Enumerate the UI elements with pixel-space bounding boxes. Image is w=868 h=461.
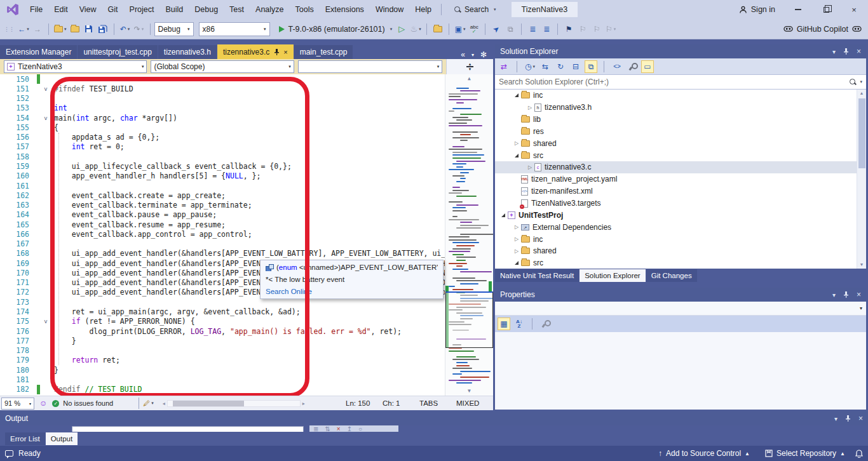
split-editor-button[interactable]: ▴▾ — [446, 59, 493, 74]
tree-item-src[interactable]: src — [495, 149, 866, 161]
search-output-icon[interactable]: ○ — [358, 425, 362, 432]
project-dropdown[interactable]: + TizenNative3 ▾ — [4, 60, 147, 73]
code-line[interactable]: 177 } — [0, 336, 493, 345]
add-to-source-control-button[interactable]: ↑ Add to Source Control ▲ — [653, 446, 755, 461]
navigate-back-button[interactable]: ←▾ — [17, 22, 31, 37]
tree-collapsed-arrow-icon[interactable]: ▷ — [512, 248, 521, 254]
properties-wrench-icon[interactable] — [626, 60, 639, 73]
solution-platform-combo[interactable]: x86▾ — [199, 22, 270, 36]
pending-changes-filter-icon[interactable]: ◷▾ — [524, 60, 536, 73]
chevron-down-icon[interactable]: ▾ — [151, 401, 154, 406]
clear-all-icon[interactable]: × — [337, 425, 341, 432]
code-line[interactable]: 179 return ret; — [0, 356, 493, 365]
scroll-down-icon[interactable]: ▼ — [857, 261, 866, 269]
undo-button[interactable]: ↶▾ — [118, 22, 132, 37]
tree-collapsed-arrow-icon[interactable]: ▷ — [512, 224, 521, 230]
editor-tab-extension-manager[interactable]: Extension Manager — [0, 45, 77, 59]
pin-icon[interactable] — [845, 415, 851, 422]
scope-dropdown[interactable]: (Global Scope) ▾ — [151, 60, 294, 73]
toggle-scroll-icon[interactable]: ↥ — [347, 425, 352, 432]
tree-expanded-arrow-icon[interactable] — [512, 261, 521, 265]
next-bookmark-button[interactable]: ⚐ — [590, 22, 604, 37]
tree-collapsed-arrow-icon[interactable]: ▷ — [526, 164, 534, 170]
code-line[interactable]: 174 ret = ui_app_main(argc, argv, &event… — [0, 307, 493, 316]
tree-collapsed-arrow-icon[interactable]: ▷ — [512, 140, 521, 146]
panel-tab-git-changes[interactable]: Git Changes — [646, 269, 697, 282]
window-layout-button[interactable]: ▣▾ — [453, 22, 467, 37]
tree-item-inc[interactable]: ▷inc — [495, 233, 866, 245]
horizontal-scrollbar[interactable]: ◂ ▸ — [163, 400, 305, 407]
tree-expanded-arrow-icon[interactable] — [512, 154, 521, 157]
scroll-right-icon[interactable]: ▸ — [302, 401, 305, 406]
close-icon[interactable]: × — [857, 47, 861, 56]
refresh-icon[interactable]: ↻ — [554, 60, 567, 73]
solution-configuration-combo[interactable]: Debug▾ — [154, 22, 194, 36]
close-icon[interactable]: × — [857, 290, 861, 299]
close-icon[interactable]: × — [858, 414, 863, 423]
code-line[interactable]: 159 ui_app_lifecycle_callback_s event_ca… — [0, 161, 493, 171]
code-line[interactable]: 166 event_callback.app_control = app_con… — [0, 229, 493, 239]
collapse-all-icon[interactable]: ⊟ — [569, 60, 582, 73]
code-line[interactable]: 167 — [0, 239, 493, 249]
toolbar-grip[interactable]: ⋮⋮ — [4, 26, 14, 32]
toggle-bookmark-button[interactable]: ⚑ — [562, 22, 576, 37]
menu-tools[interactable]: Tools — [290, 0, 320, 19]
menu-analyze[interactable]: Analyze — [250, 0, 289, 19]
navigate-forward-button[interactable]: → — [31, 22, 44, 37]
scrollbar-track[interactable] — [167, 400, 301, 407]
scroll-up-icon[interactable]: ▲ — [857, 90, 866, 97]
editor-tab-main-test-cpp[interactable]: main_test.cpp — [294, 45, 353, 59]
editor-tab-tizennative3-h[interactable]: tizennative3.h — [158, 45, 217, 59]
decrease-indent-button[interactable]: ≣ — [526, 22, 539, 37]
categorized-view-icon[interactable]: ▦ — [498, 317, 510, 330]
tree-collapsed-arrow-icon[interactable]: ▷ — [512, 236, 521, 242]
fold-marker[interactable]: v — [40, 318, 51, 324]
feedback-icon[interactable]: ☺ — [39, 399, 47, 408]
tree-scrollbar[interactable]: ▲▼ — [857, 90, 866, 269]
gear-icon[interactable]: ✻ — [480, 50, 487, 59]
code-line[interactable]: 182#endif // TEST_BUILD — [0, 385, 493, 394]
start-without-debugging-button[interactable]: ▷ — [395, 22, 409, 37]
menu-debug[interactable]: Debug — [189, 0, 224, 19]
code-line[interactable]: 164 event_callback.pause = app_pause; — [0, 210, 493, 220]
redo-button[interactable]: ↷▾ — [132, 22, 146, 37]
show-output-from-combo[interactable] — [72, 426, 304, 432]
alphabetical-sort-icon[interactable]: A↓Z — [513, 317, 526, 330]
tree-item-res[interactable]: res — [495, 126, 866, 138]
editor-tab-tizennative3-c[interactable]: tizennative3.c× — [217, 44, 294, 59]
output-header[interactable]: Output ▾ × — [0, 411, 868, 425]
clear-bookmarks-button[interactable]: ⚐▾ — [604, 22, 618, 37]
bottom-tab-output[interactable]: Output — [46, 432, 78, 445]
save-button[interactable] — [82, 22, 96, 37]
scroll-left-icon[interactable]: ◂ — [163, 401, 165, 406]
code-line[interactable]: 155{ — [0, 123, 493, 132]
code-line[interactable]: 152 — [0, 94, 493, 104]
close-icon[interactable]: × — [283, 48, 287, 56]
code-line[interactable]: 165 event_callback.resume = app_resume; — [0, 220, 493, 229]
tree-collapsed-arrow-icon[interactable]: ▷ — [526, 105, 534, 110]
code-line[interactable]: 180} — [0, 365, 493, 375]
start-debugging-button[interactable]: T-9.0-x86 (emulator-26101) ▾ — [276, 25, 395, 34]
properties-object-combo[interactable]: ▾ — [495, 302, 866, 316]
tree-item-shared[interactable]: ▷shared — [495, 245, 866, 257]
select-mode-button[interactable]: ➤ — [489, 22, 503, 37]
chevron-down-icon[interactable]: ▾ — [471, 52, 474, 58]
scroll-tabs-icon[interactable]: « — [461, 50, 465, 59]
notifications-bell-icon[interactable] — [855, 450, 863, 458]
previous-bookmark-button[interactable]: ⚐ — [576, 22, 590, 37]
editor-tab-unittestproj-test-cpp[interactable]: unittestproj_test.cpp — [78, 45, 157, 59]
health-message[interactable]: No issues found — [63, 399, 113, 407]
code-editor[interactable]: 150151v#ifndef TEST_BUILD152153int154vma… — [0, 74, 493, 396]
open-file-button[interactable] — [68, 22, 82, 37]
chevron-down-icon[interactable]: ▾ — [834, 415, 837, 422]
scroll-up-icon[interactable]: ▲ — [445, 75, 493, 83]
menu-test[interactable]: Test — [224, 0, 250, 19]
word-wrap-icon[interactable]: ≣ — [313, 425, 318, 432]
menu-file[interactable]: File — [24, 0, 48, 19]
menu-window[interactable]: Window — [370, 0, 409, 19]
tree-item-src[interactable]: src — [495, 257, 866, 269]
increase-indent-button[interactable]: ≣ — [539, 22, 553, 37]
code-line[interactable]: 157 int ret = 0; — [0, 142, 493, 152]
view-code-icon[interactable]: <> — [611, 60, 623, 73]
chevron-down-icon[interactable]: ▾ — [860, 79, 862, 84]
